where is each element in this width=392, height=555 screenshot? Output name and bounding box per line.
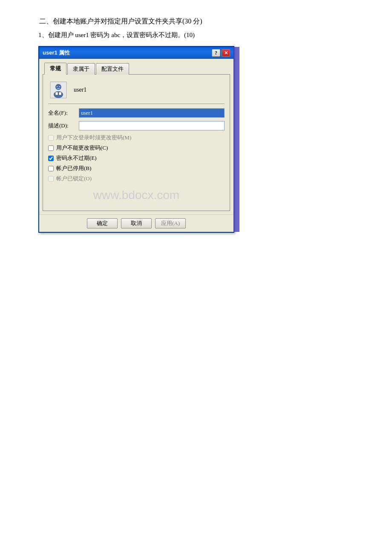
label-must-change-password: 用户下次登录时须更改密码(M)	[56, 134, 131, 142]
svg-point-3	[57, 86, 58, 87]
tab-content-general: user1 全名(F): 描述(D): 用户下次登录时须更改密码(M)	[43, 75, 230, 211]
title-bar-controls: ? ✕	[212, 49, 230, 57]
checkbox-must-change-password[interactable]	[48, 135, 54, 141]
apply-button[interactable]: 应用(A)	[155, 218, 186, 228]
checkbox-cannot-change-password[interactable]	[48, 145, 54, 151]
desc-row: 描述(D):	[48, 121, 225, 130]
checkbox-password-never-expires[interactable]	[48, 156, 54, 161]
right-side-bar	[233, 47, 239, 232]
checkbox-group: 用户下次登录时须更改密码(M) 用户不能更改密码(C) 密码永不过期(E) 帐户…	[48, 134, 225, 182]
dialog-title: user1 属性	[43, 49, 70, 57]
svg-point-1	[55, 84, 61, 90]
close-button[interactable]: ✕	[222, 49, 230, 57]
checkbox-account-locked[interactable]	[48, 176, 54, 182]
label-cannot-change-password: 用户不能更改密码(C)	[56, 144, 108, 152]
fullname-row: 全名(F):	[48, 108, 225, 118]
label-password-never-expires: 密码永不过期(E)	[56, 154, 97, 162]
help-button[interactable]: ?	[212, 49, 220, 57]
checkbox-row-disabled: 帐户已停用(B)	[48, 165, 225, 172]
username-label: user1	[74, 87, 86, 93]
checkbox-row-must-change: 用户下次登录时须更改密码(M)	[48, 134, 225, 142]
tab-bar: 常规 隶属于 配置文件	[43, 62, 230, 75]
svg-rect-5	[55, 92, 58, 95]
checkbox-row-never-expires: 密码永不过期(E)	[48, 154, 225, 162]
page-content: 二、创建本地账户并对指定用户设置文件夹共享(30 分) 1、创建用户 user1…	[26, 17, 366, 233]
tab-profile[interactable]: 配置文件	[96, 63, 129, 75]
user-icon-area: user1	[48, 80, 225, 104]
title-bar: user1 属性 ? ✕	[39, 47, 233, 59]
fullname-label: 全名(F):	[48, 109, 79, 117]
instruction-1: 二、创建本地账户并对指定用户设置文件夹共享(30 分)	[26, 17, 366, 26]
svg-point-2	[54, 91, 63, 98]
fullname-input[interactable]	[79, 108, 225, 118]
user-avatar	[48, 80, 69, 100]
svg-point-4	[59, 86, 60, 87]
tab-general[interactable]: 常规	[44, 63, 66, 75]
ok-button[interactable]: 确定	[87, 218, 118, 228]
dialog-body: 常规 隶属于 配置文件	[39, 59, 233, 214]
checkbox-account-disabled[interactable]	[48, 166, 54, 171]
tab-member-of[interactable]: 隶属于	[67, 63, 95, 75]
svg-rect-6	[59, 92, 61, 95]
user-properties-dialog: user1 属性 ? ✕ 常规 隶属于 配置文件	[38, 46, 234, 233]
checkbox-row-locked: 帐户已锁定(O)	[48, 175, 225, 182]
checkbox-row-cannot-change: 用户不能更改密码(C)	[48, 144, 225, 152]
label-account-disabled: 帐户已停用(B)	[56, 165, 91, 172]
desc-input[interactable]	[79, 121, 225, 130]
dialog-footer: 确定 取消 应用(A)	[39, 214, 233, 232]
desc-label: 描述(D):	[48, 122, 79, 130]
instruction-2: 1、创建用户 user1 密码为 abc，设置密码永不过期。(10)	[26, 31, 366, 39]
label-account-locked: 帐户已锁定(O)	[56, 175, 92, 182]
cancel-button[interactable]: 取消	[121, 218, 152, 228]
watermark: www.bdocx.com	[93, 188, 179, 202]
